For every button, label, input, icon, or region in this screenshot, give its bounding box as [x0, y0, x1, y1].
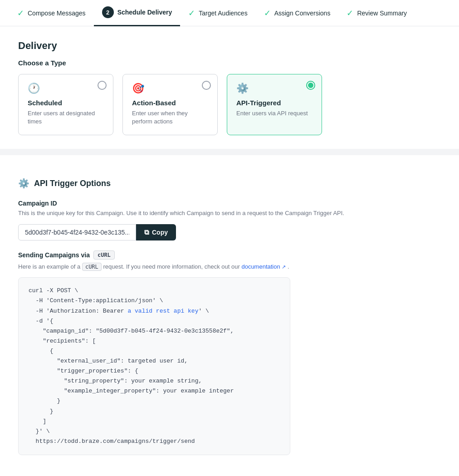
sending-desc-end: . — [288, 263, 289, 270]
campaign-id-row: ⧉ Copy — [18, 224, 441, 240]
radio-api-triggered[interactable] — [306, 81, 315, 90]
nav-label-schedule: Schedule Delivery — [117, 9, 172, 16]
nav-step-conversions[interactable]: ✓ Assign Conversions — [256, 0, 339, 26]
nav-label-compose: Compose Messages — [28, 10, 86, 17]
main-content: Delivery Choose a Type 🕐 Scheduled Enter… — [0, 26, 459, 469]
radio-action-based[interactable] — [202, 81, 211, 90]
card-api-triggered[interactable]: ⚙️ API-Triggered Enter users via API req… — [227, 74, 322, 135]
campaign-id-input[interactable] — [18, 224, 136, 240]
target-icon: 🎯 — [132, 83, 208, 94]
card-title-scheduled: Scheduled — [28, 99, 104, 107]
nav-label-review: Review Summary — [357, 10, 407, 17]
type-cards-row: 🕐 Scheduled Enter users at designated ti… — [18, 74, 441, 135]
section-divider — [0, 149, 459, 155]
documentation-link[interactable]: documentation ↗ — [241, 263, 288, 270]
sending-desc: Here is an example of a cURL request. If… — [18, 262, 441, 271]
nav-step-schedule[interactable]: 2 Schedule Delivery — [94, 0, 181, 26]
api-key-highlight: a valid rest api key — [127, 308, 198, 314]
curl-badge: cURL — [93, 250, 115, 260]
copy-button[interactable]: ⧉ Copy — [136, 224, 176, 240]
nav-step-compose[interactable]: ✓ Compose Messages — [9, 0, 94, 26]
copy-button-label: Copy — [152, 229, 168, 236]
check-icon-review: ✓ — [347, 8, 353, 18]
sending-label-text: Sending Campaigns via — [18, 251, 90, 259]
campaign-id-label: Campaign ID — [18, 200, 441, 207]
card-scheduled[interactable]: 🕐 Scheduled Enter users at designated ti… — [18, 74, 113, 135]
campaign-id-desc: This is the unique key for this Campaign… — [18, 209, 441, 218]
check-icon-audiences: ✓ — [188, 8, 195, 18]
card-action-based[interactable]: 🎯 Action-Based Enter user when they perf… — [122, 74, 218, 135]
api-trigger-section: ⚙️ API Trigger Options Campaign ID This … — [18, 169, 441, 455]
card-title-api: API-Triggered — [236, 99, 313, 107]
card-title-action: Action-Based — [132, 99, 208, 107]
sending-label: Sending Campaigns via cURL — [18, 250, 441, 260]
code-block: curl -X POST \ -H 'Content-Type:applicat… — [18, 277, 290, 455]
curl-inline-badge: cURL — [82, 263, 102, 271]
sending-desc-prefix: Here is an example of a — [18, 263, 80, 270]
card-desc-action: Enter user when they perform actions — [132, 109, 208, 126]
card-desc-scheduled: Enter users at designated times — [28, 109, 104, 126]
api-section-header: ⚙️ API Trigger Options — [18, 178, 441, 189]
gear-icon-header: ⚙️ — [18, 178, 29, 189]
nav-step-review[interactable]: ✓ Review Summary — [338, 0, 415, 26]
card-desc-api: Enter users via API request — [236, 109, 313, 118]
sending-desc-suffix: request. If you need more information, c… — [103, 263, 239, 270]
external-link-icon: ↗ — [282, 264, 286, 270]
choose-type-label: Choose a Type — [18, 59, 441, 67]
doc-link-label: documentation — [241, 263, 280, 270]
copy-icon: ⧉ — [144, 228, 149, 236]
step-number-schedule: 2 — [102, 6, 114, 18]
top-nav: ✓ Compose Messages 2 Schedule Delivery ✓… — [0, 0, 459, 26]
check-icon-compose: ✓ — [17, 8, 24, 18]
nav-label-audiences: Target Audiences — [199, 10, 247, 17]
clock-icon: 🕐 — [28, 83, 104, 94]
nav-step-audiences[interactable]: ✓ Target Audiences — [180, 0, 255, 26]
radio-scheduled[interactable] — [98, 81, 107, 90]
check-icon-conversions: ✓ — [264, 8, 271, 18]
nav-label-conversions: Assign Conversions — [274, 10, 331, 17]
gear-icon-card: ⚙️ — [236, 83, 313, 94]
api-section-title: API Trigger Options — [34, 179, 111, 188]
delivery-title: Delivery — [18, 40, 441, 52]
